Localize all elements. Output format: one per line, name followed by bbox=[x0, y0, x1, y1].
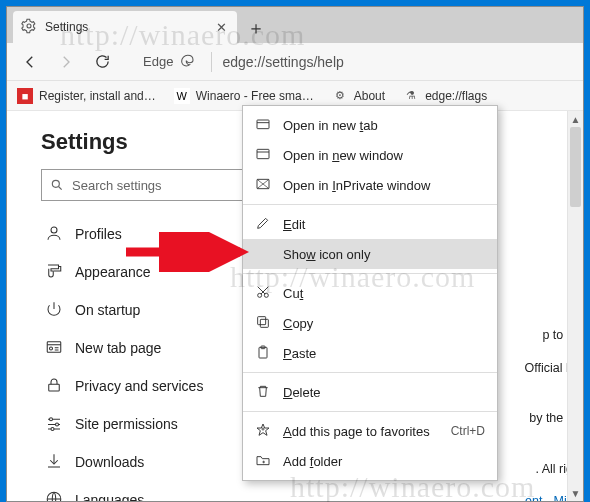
refresh-button[interactable] bbox=[85, 47, 119, 77]
sidebar-item-new-tab-page[interactable]: New tab page bbox=[41, 329, 253, 367]
context-menu-item-delete[interactable]: Delete bbox=[243, 377, 497, 407]
page-title: Settings bbox=[41, 129, 253, 155]
svg-point-4 bbox=[50, 347, 53, 350]
context-menu-label: Delete bbox=[283, 385, 321, 400]
svg-point-0 bbox=[27, 24, 31, 28]
context-menu-item-cut[interactable]: Cut bbox=[243, 278, 497, 308]
globe-icon bbox=[45, 490, 63, 502]
context-menu-accelerator: Ctrl+D bbox=[451, 424, 485, 438]
favicon-icon: ⚗ bbox=[403, 88, 419, 104]
favicon-icon: W bbox=[174, 88, 190, 104]
forward-button[interactable] bbox=[49, 47, 83, 77]
text-fragment: Official b bbox=[525, 352, 573, 385]
address-separator bbox=[211, 52, 212, 72]
download-icon bbox=[45, 452, 63, 473]
context-menu-separator bbox=[243, 273, 497, 274]
context-menu-item-add-this-page-to-favorites[interactable]: Add this page to favoritesCtrl+D bbox=[243, 416, 497, 446]
bookmark-label: About bbox=[354, 89, 385, 103]
context-menu-item-open-in-new-tab[interactable]: Open in new tab bbox=[243, 110, 497, 140]
sidebar-item-languages[interactable]: Languages bbox=[41, 481, 253, 501]
link-fragment[interactable]: ent bbox=[525, 494, 542, 501]
context-menu-item-paste[interactable]: Paste bbox=[243, 338, 497, 368]
text-fragment: . All rig bbox=[525, 453, 573, 486]
gear-icon bbox=[21, 18, 37, 37]
sidebar-item-label: Privacy and services bbox=[75, 378, 203, 394]
context-menu-item-show-icon-only[interactable]: Show icon only bbox=[243, 239, 497, 269]
text-fragment: p to c bbox=[525, 319, 573, 352]
svg-rect-10 bbox=[257, 120, 269, 129]
copy-icon bbox=[255, 314, 271, 333]
favicon-icon: ⚙ bbox=[332, 88, 348, 104]
bookmark-item[interactable]: ⚗edge://flags bbox=[399, 86, 491, 106]
svg-rect-16 bbox=[258, 316, 266, 324]
sidebar-item-site-permissions[interactable]: Site permissions bbox=[41, 405, 253, 443]
tab-icon bbox=[255, 116, 271, 135]
sidebar-item-label: New tab page bbox=[75, 340, 161, 356]
toolbar: Edge edge://settings/help bbox=[7, 43, 583, 81]
context-menu-item-open-in-inprivate-window[interactable]: Open in InPrivate window bbox=[243, 170, 497, 200]
scroll-thumb[interactable] bbox=[570, 127, 581, 207]
svg-point-2 bbox=[51, 227, 57, 233]
search-settings-input[interactable]: Search settings bbox=[41, 169, 247, 201]
tab-settings[interactable]: Settings ✕ bbox=[13, 11, 237, 43]
svg-rect-3 bbox=[47, 341, 61, 352]
red-arrow-annotation bbox=[122, 232, 262, 272]
svg-point-6 bbox=[50, 417, 53, 420]
bookmark-label: Winaero - Free sma… bbox=[196, 89, 314, 103]
star-icon bbox=[255, 422, 271, 441]
scroll-up-icon[interactable]: ▲ bbox=[568, 111, 583, 127]
close-tab-icon[interactable]: ✕ bbox=[213, 19, 229, 35]
sidebar-item-downloads[interactable]: Downloads bbox=[41, 443, 253, 481]
scroll-down-icon[interactable]: ▼ bbox=[568, 485, 583, 501]
sidebar-item-on-startup[interactable]: On startup bbox=[41, 291, 253, 329]
power-icon bbox=[45, 300, 63, 321]
tab-bar: Settings ✕ ＋ bbox=[7, 7, 583, 43]
favicon-icon: ■ bbox=[17, 88, 33, 104]
bookmark-item[interactable]: ■Register, install and… bbox=[13, 86, 160, 106]
text-fragment: by the s bbox=[525, 402, 573, 435]
lock-icon bbox=[45, 376, 63, 397]
context-menu-separator bbox=[243, 411, 497, 412]
context-menu-item-add-folder[interactable]: Add folder bbox=[243, 446, 497, 476]
svg-point-9 bbox=[47, 492, 61, 501]
context-menu-label: Add folder bbox=[283, 454, 342, 469]
window-icon bbox=[255, 146, 271, 165]
sidebar-item-privacy-and-services[interactable]: Privacy and services bbox=[41, 367, 253, 405]
context-menu-label: Open in new window bbox=[283, 148, 403, 163]
edge-label: Edge bbox=[143, 54, 173, 69]
context-menu-item-edit[interactable]: Edit bbox=[243, 209, 497, 239]
context-menu-item-open-in-new-window[interactable]: Open in new window bbox=[243, 140, 497, 170]
context-menu-label: Paste bbox=[283, 346, 316, 361]
newtab-icon bbox=[45, 338, 63, 359]
address-bar[interactable]: edge://settings/help bbox=[218, 54, 577, 70]
bookmark-label: edge://flags bbox=[425, 89, 487, 103]
svg-point-8 bbox=[51, 427, 54, 430]
address-identity-chip[interactable]: Edge bbox=[133, 52, 205, 71]
user-icon bbox=[45, 224, 63, 245]
folder-icon bbox=[255, 452, 271, 471]
bookmark-item[interactable]: WWinaero - Free sma… bbox=[170, 86, 318, 106]
context-menu-label: Add this page to favorites bbox=[283, 424, 430, 439]
new-tab-button[interactable]: ＋ bbox=[241, 13, 271, 43]
paste-icon bbox=[255, 344, 271, 363]
context-menu-label: Show icon only bbox=[283, 247, 370, 262]
edit-icon bbox=[255, 215, 271, 234]
context-menu-label: Copy bbox=[283, 316, 313, 331]
context-menu-item-copy[interactable]: Copy bbox=[243, 308, 497, 338]
search-icon bbox=[50, 178, 64, 192]
paint-icon bbox=[45, 262, 63, 283]
context-menu-label: Open in new tab bbox=[283, 118, 378, 133]
svg-rect-5 bbox=[49, 384, 60, 391]
sidebar-item-label: Profiles bbox=[75, 226, 122, 242]
vertical-scrollbar[interactable]: ▲ ▼ bbox=[567, 111, 583, 501]
svg-point-1 bbox=[52, 180, 59, 187]
bookmark-label: Register, install and… bbox=[39, 89, 156, 103]
svg-rect-15 bbox=[260, 319, 268, 327]
bookmark-item[interactable]: ⚙About bbox=[328, 86, 389, 106]
settings-sidebar: Settings Search settings ProfilesAppeara… bbox=[7, 111, 263, 501]
delete-icon bbox=[255, 383, 271, 402]
back-button[interactable] bbox=[13, 47, 47, 77]
sliders-icon bbox=[45, 414, 63, 435]
context-menu-separator bbox=[243, 204, 497, 205]
tab-title: Settings bbox=[45, 20, 205, 34]
